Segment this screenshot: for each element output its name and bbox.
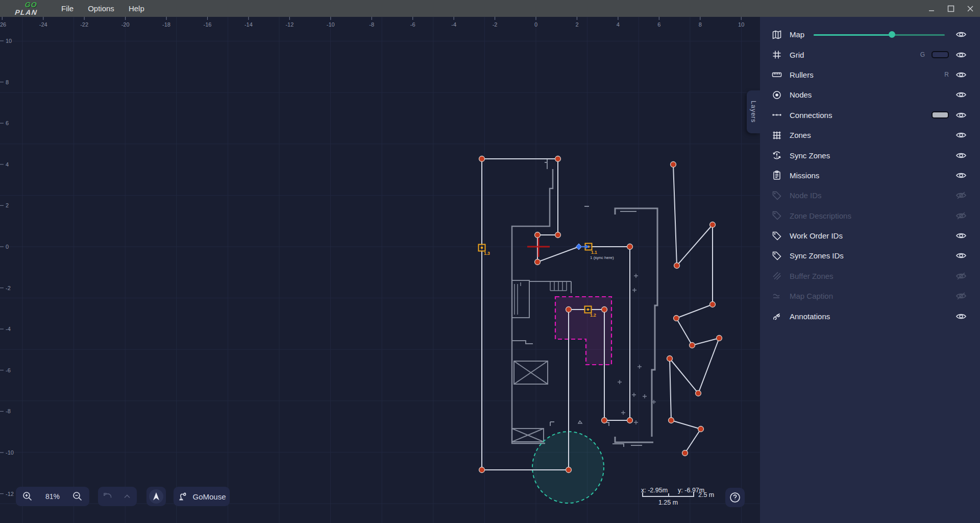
layer-row-missions[interactable]: Missions (760, 165, 980, 185)
menu-help[interactable]: Help (121, 0, 152, 17)
gomouse-label: GoMouse (192, 492, 226, 501)
path-node[interactable] (479, 467, 485, 473)
eye-icon[interactable] (955, 152, 967, 159)
ruler-tick-label: -26 (0, 21, 6, 28)
path-node[interactable] (671, 162, 676, 168)
path-node[interactable] (667, 356, 673, 362)
eye-icon[interactable] (955, 71, 967, 79)
layer-row-map[interactable]: Map (760, 25, 980, 44)
layer-row-sync-zones-ids[interactable]: Sync Zones IDs (760, 246, 980, 266)
layer-row-node-ids[interactable]: Node IDs (760, 185, 980, 205)
menu-options[interactable]: Options (81, 0, 121, 17)
layer-row-annotations[interactable]: Annotations (760, 306, 980, 326)
chevron-up-icon (121, 491, 133, 502)
ruler-tick-label: -10 (6, 449, 14, 456)
mission-path-zigzag[interactable] (670, 164, 719, 453)
eye-off-icon[interactable] (955, 292, 967, 300)
undo-button[interactable] (102, 491, 113, 502)
maximize-button[interactable] (941, 0, 961, 17)
eye-icon[interactable] (955, 131, 967, 139)
layer-row-work-order-ids[interactable]: Work Order IDs (760, 226, 980, 246)
layer-row-connections[interactable]: Connections (760, 105, 980, 125)
eye-icon[interactable] (955, 111, 967, 119)
zoom-toolbar: 81% (16, 487, 89, 506)
path-node[interactable] (479, 156, 485, 162)
help-button[interactable] (725, 488, 745, 507)
color-swatch-connections[interactable] (932, 111, 949, 118)
layer-row-buffer-zones[interactable]: Buffer Zones (760, 266, 980, 286)
pointer-button[interactable] (149, 489, 163, 504)
path-node[interactable] (710, 302, 716, 307)
eye-icon[interactable] (955, 91, 967, 99)
zones-layer[interactable] (532, 297, 611, 503)
path-node[interactable] (555, 232, 561, 238)
eye-icon[interactable] (955, 313, 967, 320)
path-node[interactable] (717, 336, 722, 341)
wall-segment (514, 361, 548, 384)
path-node[interactable] (698, 426, 704, 432)
eye-icon[interactable] (955, 172, 967, 179)
gomouse-button[interactable]: GoMouse (174, 487, 230, 506)
origin-crosshair (527, 236, 550, 257)
path-node[interactable] (690, 343, 695, 348)
eye-off-icon[interactable] (955, 192, 967, 199)
layer-row-map-caption[interactable]: Map Caption (760, 286, 980, 306)
path-node[interactable] (566, 467, 572, 473)
close-button[interactable] (961, 0, 980, 17)
eye-off-icon[interactable] (955, 212, 967, 220)
layer-row-sync-zones[interactable]: Sync Zones (760, 145, 980, 165)
zoom-in-button[interactable] (22, 491, 33, 502)
selected-node-diamond[interactable] (576, 244, 582, 250)
eye-icon[interactable] (955, 31, 967, 38)
ruler-tick-label: -18 (162, 21, 170, 28)
path-node[interactable] (535, 232, 541, 238)
ruler-tick-label: -12 (6, 491, 14, 497)
map-canvas[interactable]: 1.11 (sync here)1.21.3-26-24-22-20-18-16… (0, 17, 760, 523)
layer-row-grid[interactable]: GridG (760, 44, 980, 64)
eye-icon[interactable] (955, 232, 967, 240)
path-node[interactable] (566, 307, 572, 313)
path-node[interactable] (627, 244, 633, 250)
layer-row-nodes[interactable]: Nodes (760, 85, 980, 105)
logo-go-text: GO (24, 1, 37, 9)
wall-segment (512, 429, 544, 442)
map-opacity-slider[interactable] (814, 31, 945, 38)
tag-icon (772, 210, 782, 221)
ruler-tick-label: -4 (6, 326, 11, 332)
wall-segment (615, 437, 653, 442)
layer-row-zones[interactable]: Zones (760, 125, 980, 145)
hatch-icon (772, 271, 782, 281)
eye-off-icon[interactable] (955, 272, 967, 280)
path-node[interactable] (627, 418, 633, 423)
menu-file[interactable]: File (54, 0, 81, 17)
scan-plus-mark (621, 411, 625, 415)
history-toolbar (98, 487, 137, 506)
layer-label-map-caption: Map Caption (790, 292, 833, 300)
minimize-button[interactable] (922, 0, 941, 17)
pointer-icon (151, 491, 162, 502)
scale-bar-line (642, 492, 694, 497)
path-node[interactable] (669, 418, 674, 423)
path-node[interactable] (674, 316, 679, 321)
eye-icon[interactable] (955, 51, 967, 59)
eye-icon[interactable] (955, 252, 967, 259)
goplan-logo: GO PLAN (13, 1, 55, 16)
path-node[interactable] (602, 307, 607, 313)
scan-plus-mark (632, 288, 636, 292)
layer-row-zone-descriptions[interactable]: Zone Descriptions (760, 206, 980, 226)
path-node[interactable] (602, 418, 607, 423)
path-node[interactable] (682, 450, 688, 456)
layer-row-rullers[interactable]: RullersR (760, 65, 980, 85)
path-node[interactable] (696, 391, 701, 396)
layers-panel-tab[interactable]: Layers (747, 90, 760, 133)
zoom-out-button[interactable] (72, 491, 83, 502)
path-node[interactable] (674, 263, 680, 269)
layer-label-zone-descriptions: Zone Descriptions (790, 211, 851, 220)
color-swatch-grid[interactable] (932, 51, 949, 58)
slider-knob[interactable] (889, 31, 895, 38)
map-svg[interactable]: 1.11 (sync here)1.21.3-26-24-22-20-18-16… (0, 17, 760, 523)
path-node[interactable] (710, 222, 716, 228)
path-node[interactable] (535, 259, 541, 265)
redo-expand-button[interactable] (121, 491, 133, 502)
path-node[interactable] (555, 156, 561, 162)
